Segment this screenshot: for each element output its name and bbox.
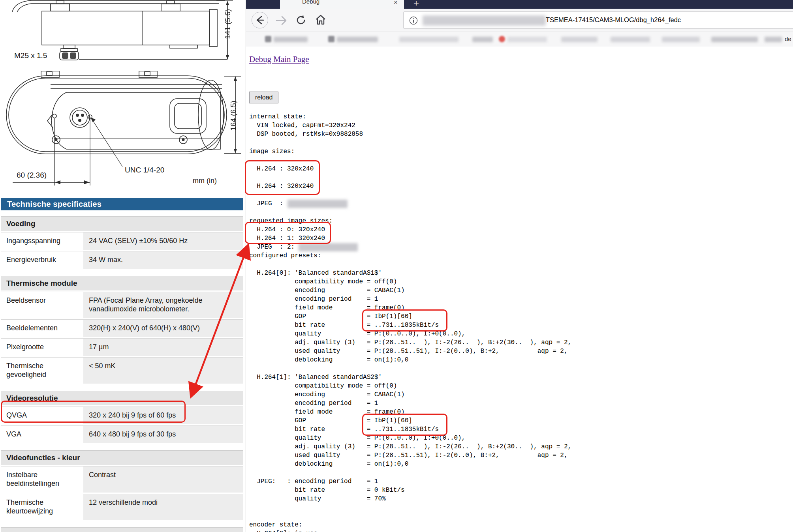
bookmark-icon[interactable] [499, 36, 505, 42]
bookmark-item[interactable] [611, 37, 650, 42]
spec-value: Contrast [83, 466, 243, 493]
spec-value: 17 µm [83, 339, 243, 356]
spec-value: 34 W max. [83, 251, 243, 269]
tab-title: Debug [302, 0, 319, 5]
spec-value: 24 VAC (SELV) ±10% 50/60 Hz [83, 232, 243, 250]
spec-row: BeeldsensorFPA (Focal Plane Array, ongek… [1, 292, 243, 318]
spec-table-title: Technische specificaties [1, 198, 243, 210]
spec-label: Pixelgrootte [1, 339, 83, 356]
spec-section-header: Thermische module [1, 276, 243, 290]
side-height-dimension: 141 (5.6) [224, 3, 232, 45]
bookmark-item[interactable] [399, 37, 459, 42]
bottom-height-dimension: 164 (6.5) [229, 94, 238, 137]
bookmark-icon[interactable] [328, 36, 334, 42]
spec-row: Thermische gevoeligheid< 50 mK [1, 357, 243, 384]
spec-label: Energieverbruik [1, 251, 83, 269]
width-dimension: 60 (2.36) [17, 171, 47, 180]
spec-row: Pixelgrootte17 µm [1, 338, 243, 356]
debug-page: Debug Main Page reload internal state: V… [246, 47, 793, 532]
bookmark-item[interactable] [274, 37, 308, 42]
spec-row: Thermische kleurtoewijzing12 verschillen… [1, 494, 243, 520]
reload-icon[interactable] [295, 14, 307, 28]
spec-section-header: Voeding [1, 216, 243, 231]
browser-window: Debug × + TSEMEA-17415/CAM3-MLOG/dbg_h26… [246, 0, 793, 532]
browser-toolbar: TSEMEA-17415/CAM3-MLOG/dbg_h264_fedc [246, 9, 793, 32]
spec-value: 320 x 240 bij 9 fps of 60 fps [83, 407, 243, 424]
gland-thread-label: M25 x 1.5 [14, 51, 47, 60]
spec-value: 320(H) x 240(V) of 640(H) x 480(V) [83, 320, 243, 337]
spec-row: VGA640 x 480 bij 9 fps of 30 fps [1, 425, 243, 443]
home-icon[interactable] [315, 14, 327, 27]
spec-label: QVGA [1, 407, 83, 424]
tripod-thread-label: UNC 1/4-20 [125, 166, 164, 174]
spec-row: QVGA320 x 240 bij 9 fps of 60 fps [1, 406, 243, 424]
back-icon[interactable] [252, 12, 268, 28]
spec-section-header: Videofuncties - kleur [1, 450, 243, 465]
forward-icon[interactable] [275, 15, 288, 27]
datasheet-panel: M25 x 1.5 141 (5.6) 164 (6.5) 60 (2.36) … [0, 0, 244, 532]
bookmark-item[interactable] [662, 37, 700, 42]
bookmark-icon[interactable] [265, 36, 271, 42]
url-bar[interactable]: TSEMEA-17415/CAM3-MLOG/dbg_h264_fedc [403, 11, 793, 29]
bookmark-item[interactable] [507, 37, 547, 42]
tab-close-icon[interactable]: × [393, 0, 398, 7]
info-icon[interactable] [409, 16, 418, 25]
spec-label: Thermische gevoeligheid [1, 358, 83, 384]
url-text: TSEMEA-17415/CAM3-MLOG/dbg_h264_fedc [546, 16, 681, 24]
spec-label: Beeldelementen [1, 320, 83, 337]
bookmarks-bar: de [246, 32, 793, 47]
tab-strip: Debug × + [246, 0, 793, 9]
spec-row: Ingangsspanning24 VAC (SELV) ±10% 50/60 … [1, 232, 243, 250]
reload-button[interactable]: reload [249, 92, 278, 103]
bookmark-item[interactable] [337, 37, 378, 42]
tab-debug[interactable]: Debug × [280, 0, 404, 9]
units-note: mm (in) [193, 177, 217, 185]
spec-value: < 50 mK [83, 358, 243, 384]
bookmark-item[interactable] [472, 37, 493, 42]
spec-value: 640 x 480 bij 9 fps of 30 fps [83, 426, 243, 443]
spec-label: Thermische kleurtoewijzing [1, 494, 83, 520]
bookmark-item[interactable] [561, 37, 598, 42]
debug-output-text: internal state: VIN locked, capFmt=320x2… [249, 112, 571, 532]
spec-section-header: Videoresolutie [1, 391, 243, 405]
url-redacted-segment [423, 15, 546, 26]
spec-section-header: Objectieven FoV (H x V) [1, 527, 243, 532]
spec-label: Ingangsspanning [1, 232, 83, 250]
new-tab-icon[interactable]: + [413, 0, 419, 9]
bookmark-item[interactable] [765, 37, 782, 42]
spec-row: Instelbare beeldinstellingenContrast [1, 466, 243, 493]
bookmark-cut-text: de [785, 36, 791, 42]
spec-value: FPA (Focal Plane Array, ongekoelde vanad… [83, 292, 243, 318]
spec-row: Beeldelementen320(H) x 240(V) of 640(H) … [1, 319, 243, 337]
spec-value: 12 verschillende modi [83, 494, 243, 520]
spec-label: VGA [1, 426, 83, 443]
spec-table: VoedingIngangsspanning24 VAC (SELV) ±10%… [1, 216, 243, 532]
debug-main-page-link[interactable]: Debug Main Page [249, 54, 309, 64]
spec-label: Beeldsensor [1, 292, 83, 318]
spec-label: Instelbare beeldinstellingen [1, 466, 83, 493]
bookmark-item[interactable] [711, 37, 758, 42]
spec-row: Energieverbruik34 W max. [1, 251, 243, 269]
